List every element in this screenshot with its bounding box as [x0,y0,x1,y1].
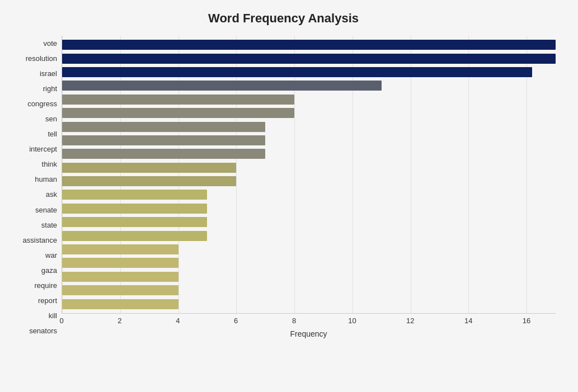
bar-row-right [62,79,556,92]
y-label-think: think [42,158,57,171]
bar-tell [62,122,265,132]
x-tick-14: 14 [457,317,480,325]
bar-intercept [62,135,265,145]
x-tick-8: 8 [283,317,306,325]
y-label-congress: congress [27,97,57,111]
bar-think [62,149,265,159]
y-label-senators: senators [29,324,57,337]
y-label-require: require [35,278,57,292]
bar-senate [62,190,207,200]
bar-gaza [62,244,178,254]
bar-row-senate [62,188,556,201]
bar-row-human [62,162,556,174]
x-axis-title: Frequency [62,329,556,338]
bar-row-sen [62,107,556,119]
y-label-resolution: resolution [26,52,57,65]
y-label-intercept: intercept [29,143,57,156]
bars-wrapper [62,36,556,313]
x-tick-2: 2 [109,317,131,325]
bar-row-intercept [62,134,556,147]
bar-require [62,258,178,268]
chart-area: voteresolutionisraelrightcongresssentell… [11,36,556,338]
y-label-vote: vote [43,37,57,50]
bar-row-tell [62,121,556,133]
bar-row-war [62,230,556,242]
bar-assistance [62,217,207,227]
bar-israel [62,67,532,77]
bar-row-think [62,148,556,160]
bar-kill [62,285,178,295]
bar-right [62,81,382,91]
bar-row-ask [62,175,556,187]
x-tick-10: 10 [341,317,363,325]
bar-human [62,163,236,173]
y-label-right: right [43,82,57,96]
y-label-state: state [41,218,57,232]
x-tick-16: 16 [515,317,538,325]
bar-row-vote [62,39,556,51]
y-label-assistance: assistance [23,233,57,247]
x-tick-4: 4 [167,317,189,325]
bar-row-resolution [62,53,556,65]
y-label-gaza: gaza [41,263,57,277]
bar-ask [62,176,236,186]
bar-resolution [62,54,556,64]
y-axis-labels: voteresolutionisraelrightcongresssentell… [11,36,62,338]
bar-row-require [62,257,556,269]
bar-vote [62,40,556,50]
bar-row-senators [62,298,556,310]
bar-row-assistance [62,216,556,228]
bar-row-kill [62,284,556,296]
bar-state [62,204,207,214]
bar-war [62,231,207,241]
y-label-israel: israel [40,67,57,81]
bar-row-israel [62,66,556,78]
y-label-sen: sen [45,112,57,126]
bars-and-xaxis: 0246810121416 Frequency [62,36,556,338]
y-label-senate: senate [35,203,57,216]
y-label-ask: ask [46,188,57,201]
bar-row-congress [62,93,556,106]
bar-row-state [62,202,556,215]
bar-congress [62,95,294,105]
bar-sen [62,108,294,118]
x-axis-labels: 0246810121416 [62,314,556,325]
y-label-war: war [45,248,57,262]
y-label-tell: tell [48,127,57,141]
x-tick-6: 6 [225,317,247,325]
bar-report [62,272,178,282]
chart-title: Word Frequency Analysis [11,11,556,26]
bar-row-report [62,271,556,283]
y-label-human: human [35,173,57,186]
bar-senators [62,299,178,309]
bars-grid [62,36,556,314]
y-label-report: report [38,294,57,307]
chart-container: Word Frequency Analysis voteresolutionis… [0,0,578,392]
x-tick-12: 12 [399,317,421,325]
bar-row-gaza [62,243,556,256]
x-tick-0: 0 [50,317,73,325]
